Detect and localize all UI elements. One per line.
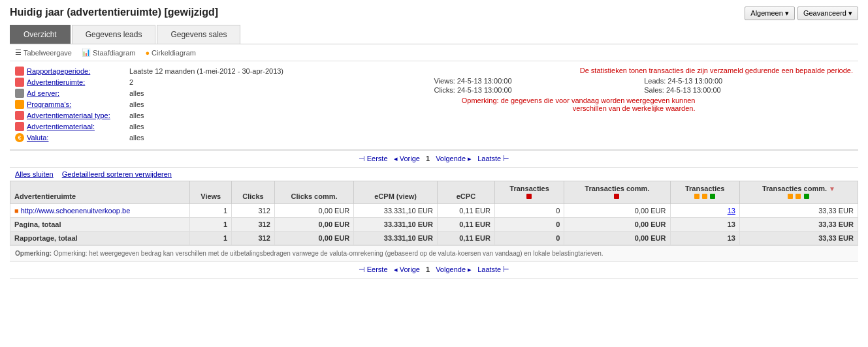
- valuta-link[interactable]: Valuta:: [27, 134, 48, 142]
- pagina-totaal-clicks-comm: 0,00 EUR: [274, 218, 353, 232]
- programmas-value: alles: [129, 100, 144, 108]
- current-page-bottom: 1: [426, 265, 430, 273]
- last-page-bottom-link[interactable]: Laatste ⊢: [477, 265, 509, 273]
- rapportageperiode-value: Laatste 12 maanden (1-mei-2012 - 30-apr-…: [129, 67, 283, 75]
- rapportage-totaal-clicks: 312: [232, 232, 275, 245]
- programmas-link[interactable]: Programma's:: [27, 100, 71, 108]
- rapportage-totaal-trans1: 0: [494, 232, 564, 245]
- info-section: Rapportageperiode: Laatste 12 maanden (1…: [10, 61, 858, 150]
- admat-icon: [15, 122, 24, 131]
- rapportage-totaal-clicks-comm: 0,00 EUR: [274, 232, 353, 245]
- col-ecpm: eCPM (view): [354, 181, 438, 204]
- pagina-totaal-ecpc: 0,11 EUR: [437, 218, 494, 232]
- trans2-badge-green: [710, 194, 715, 199]
- trans-comm2-badge-orange: [788, 194, 793, 199]
- footer-note: Opmerking: Opmerking: het weergegeven be…: [10, 245, 858, 261]
- adserver-link[interactable]: Ad server:: [27, 89, 59, 97]
- next-page-bottom-link[interactable]: Volgende ▸: [436, 265, 472, 273]
- trans1-badge: [526, 194, 532, 199]
- row-clicks: 312: [232, 204, 275, 218]
- col-advertentieruimte: Advertentieruimte: [10, 181, 190, 204]
- trans2-badge-orange: [694, 194, 699, 199]
- data-table: Advertentieruimte Views Clicks Clicks co…: [10, 181, 858, 245]
- row-icon: ■: [14, 207, 19, 215]
- info-row-rapportageperiode: Rapportageperiode: Laatste 12 maanden (1…: [15, 67, 434, 76]
- valuta-icon: €: [15, 133, 24, 142]
- actions-bar: Alles sluiten Gedetailleerd sorteren ver…: [10, 168, 858, 181]
- info-row-valuta: € Valuta: alles: [15, 133, 434, 142]
- rapportage-totaal-row: Rapportage, totaal 1 312 0,00 EUR 33.331…: [10, 232, 858, 245]
- sort-indicator: ▼: [829, 185, 835, 192]
- pagina-totaal-trans-comm2: 33,33 EUR: [739, 218, 858, 232]
- admat-value: alles: [129, 123, 144, 130]
- info-row-admattype: Advertentiemateriaal type: alles: [15, 111, 434, 120]
- first-page-link[interactable]: ⊣ Eerste: [359, 155, 388, 162]
- advertentieruimte-link[interactable]: Advertentieruimte:: [27, 78, 85, 86]
- col-views: Views: [190, 181, 232, 204]
- info-row-adserver: Ad server: alles: [15, 89, 434, 98]
- pie-chart-icon: ●: [145, 49, 150, 57]
- clicks-stat: Clicks: 24-5-13 13:00:00: [434, 86, 643, 94]
- admattype-value: alles: [129, 112, 144, 119]
- tabelweergave-label: Tabelweergave: [24, 49, 72, 57]
- row-trans2: 13: [670, 204, 739, 218]
- info-right: De statistieken tonen transacties die zi…: [434, 67, 854, 144]
- last-page-link[interactable]: Laatste ⊢: [477, 155, 509, 162]
- prev-page-bottom-link[interactable]: ◂ Vorige: [394, 265, 420, 273]
- col-transacties-comm2: Transacties comm. ▼: [739, 181, 858, 204]
- trans2-badge-orange2: [702, 194, 707, 199]
- col-transacties-comm1: Transacties comm.: [564, 181, 670, 204]
- tabelweergave-control[interactable]: ☰ Tabelweergave: [15, 48, 72, 57]
- trans-comm2-badge-orange2: [796, 194, 801, 199]
- admat-link[interactable]: Advertentiemateriaal:: [27, 123, 95, 130]
- algemeen-button[interactable]: Algemeen ▾: [745, 7, 795, 20]
- col-clicks-comm: Clicks comm.: [274, 181, 353, 204]
- col-clicks: Clicks: [232, 181, 275, 204]
- next-page-link[interactable]: Volgende ▸: [436, 155, 472, 162]
- pagina-totaal-trans-comm1: 0,00 EUR: [564, 218, 670, 232]
- valuta-value: alles: [129, 134, 144, 142]
- rapportage-totaal-trans2: 13: [670, 232, 739, 245]
- prev-page-link[interactable]: ◂ Vorige: [394, 155, 420, 162]
- current-page: 1: [426, 155, 430, 162]
- rapportage-icon: [15, 67, 24, 76]
- pagina-totaal-row: Pagina, totaal 1 312 0,00 EUR 33.331,10 …: [10, 218, 858, 232]
- tab-gegevens-leads[interactable]: Gegevens leads: [72, 25, 156, 44]
- row-name-link[interactable]: http://www.schoenenuitverkoop.be: [21, 207, 131, 215]
- sales-stat: Sales: 24-5-13 13:00:00: [644, 86, 853, 94]
- row-trans2-link[interactable]: 13: [728, 207, 735, 215]
- pagination-bottom: ⊣ Eerste ◂ Vorige 1 Volgende ▸ Laatste ⊢: [10, 261, 858, 279]
- rapportageperiode-link[interactable]: Rapportageperiode:: [27, 67, 90, 75]
- pagina-totaal-label: Pagina, totaal: [10, 218, 190, 232]
- row-views: 1: [190, 204, 232, 218]
- geavanceerd-button[interactable]: Geavanceerd ▾: [797, 7, 858, 20]
- tab-gegevens-sales[interactable]: Gegevens sales: [157, 25, 240, 44]
- stats-note: De statistieken tonen transacties die zi…: [434, 67, 854, 74]
- col-ecpc: eCPC: [437, 181, 494, 204]
- views-stat: Views: 24-5-13 13:00:00: [434, 77, 643, 85]
- stats-warning: Opmerking: de gegevens die voor vandaag …: [434, 97, 696, 112]
- info-left: Rapportageperiode: Laatste 12 maanden (1…: [15, 67, 434, 144]
- pagina-totaal-clicks: 312: [232, 218, 275, 232]
- first-page-bottom-link[interactable]: ⊣ Eerste: [359, 265, 388, 273]
- rapportage-totaal-label: Rapportage, totaal: [10, 232, 190, 245]
- trans-comm1-badge: [614, 194, 619, 199]
- staafdiagram-label: Staafdiagram: [93, 49, 135, 57]
- detailed-sort-link[interactable]: Gedetailleerd sorteren verwijderen: [62, 170, 172, 178]
- rapportage-totaal-views: 1: [190, 232, 232, 245]
- tabs-bar: Overzicht Gegevens leads Gegevens sales: [10, 25, 858, 44]
- pagina-totaal-views: 1: [190, 218, 232, 232]
- close-all-link[interactable]: Alles sluiten: [15, 170, 54, 178]
- trans-comm2-badge-green: [804, 194, 809, 199]
- table-icon: ☰: [15, 48, 22, 57]
- tab-overzicht[interactable]: Overzicht: [10, 25, 71, 44]
- row-ecpc: 0,11 EUR: [437, 204, 494, 218]
- pagina-totaal-trans2: 13: [670, 218, 739, 232]
- rapportage-totaal-trans-comm1: 0,00 EUR: [564, 232, 670, 245]
- page-title: Huidig jaar (advertentieruimte) [gewijzi…: [10, 7, 858, 18]
- admattype-icon: [15, 111, 24, 120]
- cirkeldiagram-control[interactable]: ● Cirkeldiagram: [145, 49, 196, 57]
- staafdiagram-control[interactable]: 📊 Staafdiagram: [82, 48, 135, 57]
- row-name-cell: ■ http://www.schoenenuitverkoop.be: [10, 204, 190, 218]
- admattype-link[interactable]: Advertentiemateriaal type:: [27, 112, 110, 119]
